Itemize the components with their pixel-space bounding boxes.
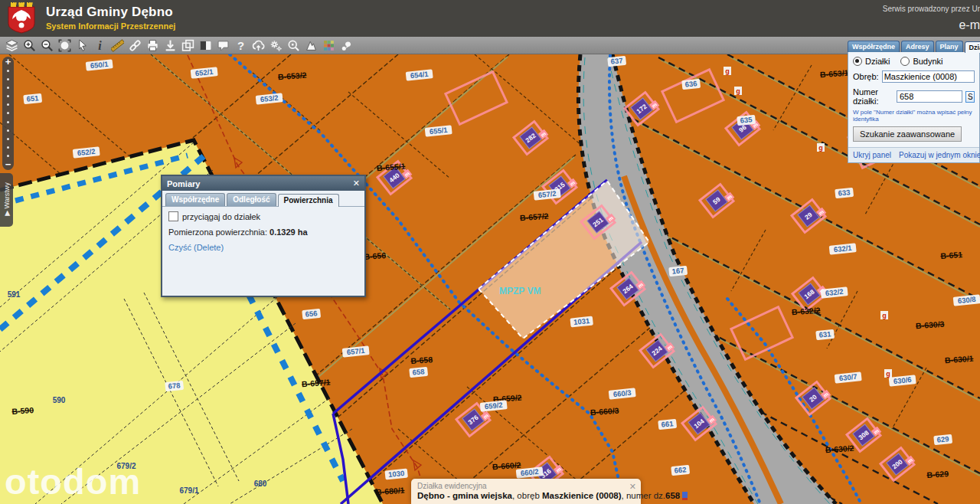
svg-text:680: 680 xyxy=(254,479,267,488)
measured-area-label: Pomierzona powierzchnia: xyxy=(168,227,267,237)
download-icon[interactable] xyxy=(162,38,179,53)
clear-measurement-link[interactable]: Czyść (Delete) xyxy=(168,243,358,252)
radio-działki[interactable] xyxy=(853,57,862,66)
measure-dialog-tabs: WspółrzędneOdległośćPowierzchnia xyxy=(162,191,364,207)
layers-tab-label: ▶ Warstwy xyxy=(3,173,11,225)
info-icon[interactable]: i xyxy=(91,38,109,53)
search-plus-icon[interactable] xyxy=(285,38,302,53)
zoom-out-button[interactable]: − xyxy=(5,159,11,170)
single-window-link[interactable]: Pokazuj w jednym oknie xyxy=(899,151,980,159)
brand-text: e-m xyxy=(959,18,980,32)
parcel-number-label: Numer działki: xyxy=(853,87,893,106)
print-icon[interactable] xyxy=(144,38,162,53)
svg-text:?: ? xyxy=(237,39,244,51)
zoom-track[interactable] xyxy=(7,67,9,159)
svg-text:636: 636 xyxy=(684,79,697,89)
measure-dialog-body: przyciągaj do działek Pomierzona powierz… xyxy=(162,207,364,257)
zoom-in-button[interactable]: + xyxy=(5,57,11,67)
svg-text:B-651: B-651 xyxy=(940,250,963,260)
search-hint: W pole "Numer działki" można wpisać pełn… xyxy=(853,109,975,123)
legend-colors-icon[interactable] xyxy=(320,38,338,53)
svg-text:631: 631 xyxy=(818,329,832,339)
panel-tab-plany[interactable]: Plany xyxy=(936,41,963,52)
svg-text:i: i xyxy=(98,39,102,52)
map-canvas[interactable]: MPZP VM 282m315m440m172m251m264m224m59m2… xyxy=(0,0,980,504)
selection-label: MPZP VM xyxy=(499,286,541,296)
zoom-slider[interactable]: + − xyxy=(2,57,14,170)
svg-text:g: g xyxy=(818,144,823,152)
parcel-number-input[interactable] xyxy=(897,90,962,103)
parcel-info-text: Dębno - gmina wiejska, obręb Maszkienice… xyxy=(417,491,635,500)
svg-text:591: 591 xyxy=(8,290,21,299)
svg-text:656: 656 xyxy=(305,309,318,319)
svg-text:635: 635 xyxy=(740,115,753,125)
pointer-icon[interactable] xyxy=(74,38,91,53)
measure-dialog-titlebar[interactable]: Pomiary ✕ xyxy=(162,176,364,191)
svg-text:B-658: B-658 xyxy=(410,355,433,365)
service-note: Serwis prowadzony przez Ur xyxy=(883,5,980,13)
svg-text:1031: 1031 xyxy=(573,316,591,326)
measure-tab-współrzędne[interactable]: Współrzędne xyxy=(165,193,225,206)
obreb-label: Obręb: xyxy=(853,72,879,81)
close-icon[interactable]: ✕ xyxy=(629,482,636,492)
svg-text:661: 661 xyxy=(661,419,675,429)
hide-panel-link[interactable]: Ukryj panel xyxy=(853,151,891,159)
measure-dialog: Pomiary ✕ WspółrzędneOdległośćPowierzchn… xyxy=(161,175,366,297)
search-panel-tabs: WspółrzędneAdresyPlanyDziałki xyxy=(848,41,980,52)
svg-text:B-629: B-629 xyxy=(926,469,949,479)
svg-text:1030: 1030 xyxy=(388,469,405,479)
svg-text:167: 167 xyxy=(671,266,684,276)
parcel-info-title: Działka ewidencyjna xyxy=(417,482,635,490)
svg-text:658: 658 xyxy=(412,367,425,377)
panel-tab-współrzędne[interactable]: Współrzędne xyxy=(848,41,900,52)
search-type-radios: DziałkiBudynki xyxy=(853,57,975,66)
overlap-windows-icon[interactable] xyxy=(179,38,197,53)
svg-text:651: 651 xyxy=(26,93,40,103)
panel-tab-adresy[interactable]: Adresy xyxy=(901,41,934,52)
svg-text:678: 678 xyxy=(168,381,181,391)
share-location-icon[interactable] xyxy=(338,38,355,53)
svg-text:B-656: B-656 xyxy=(364,250,387,261)
obreb-select[interactable]: Maszkienice (0008) xyxy=(882,70,975,83)
app-header: Urząd Gminy Dębno System Informacji Prze… xyxy=(0,0,980,37)
help-icon[interactable]: ? xyxy=(232,38,250,53)
popup-flag-icon xyxy=(682,492,688,500)
zoom-out-icon[interactable] xyxy=(38,38,56,53)
svg-text:B-590: B-590 xyxy=(11,405,34,416)
measure-tab-powierzchnia[interactable]: Powierzchnia xyxy=(278,194,339,207)
layers-icon[interactable] xyxy=(3,38,21,53)
advanced-search-button[interactable]: Szukanie zaawansowane xyxy=(853,126,962,142)
svg-text:590: 590 xyxy=(53,396,66,404)
cloud-upload-icon[interactable] xyxy=(250,38,267,53)
svg-text:g: g xyxy=(882,312,887,319)
panel-tab-działki[interactable]: Działki xyxy=(965,41,980,53)
app-title: Urząd Gminy Dębno xyxy=(46,5,173,20)
svg-text:629: 629 xyxy=(936,434,949,444)
measured-area-value: 0.1329 ha xyxy=(270,227,308,237)
svg-text:662: 662 xyxy=(674,465,687,475)
settings-gears-icon[interactable] xyxy=(267,38,285,53)
close-icon[interactable]: ✕ xyxy=(353,178,360,188)
radio-budynki[interactable] xyxy=(900,57,910,66)
measure-tab-odległość[interactable]: Odległość xyxy=(227,193,276,206)
link-icon[interactable] xyxy=(126,38,144,53)
zoom-in-icon[interactable] xyxy=(21,38,38,53)
search-panel: WspółrzędneAdresyPlanyDziałki DziałkiBud… xyxy=(848,41,980,163)
panel-layout-icon[interactable] xyxy=(197,38,214,53)
svg-text:633: 633 xyxy=(838,188,851,198)
measure-ruler-icon[interactable] xyxy=(109,38,126,53)
measure-dialog-title: Pomiary xyxy=(167,179,200,188)
app-subtitle: System Informacji Przestrzennej xyxy=(46,21,175,31)
snap-checkbox[interactable] xyxy=(168,211,178,221)
compass-icon[interactable] xyxy=(302,38,320,53)
layers-panel-tab[interactable]: ▶ Warstwy xyxy=(0,173,13,227)
comment-icon[interactable] xyxy=(214,38,232,53)
svg-text:637: 637 xyxy=(610,56,623,66)
svg-text:g: g xyxy=(725,67,730,75)
select-area-icon[interactable] xyxy=(56,38,74,53)
radio-label-budynki: Budynki xyxy=(913,57,942,66)
svg-text:g: g xyxy=(736,87,740,95)
radio-label-działki: Działki xyxy=(865,57,890,66)
search-button[interactable]: S xyxy=(965,91,975,103)
gmina-debno-crest xyxy=(6,2,37,34)
